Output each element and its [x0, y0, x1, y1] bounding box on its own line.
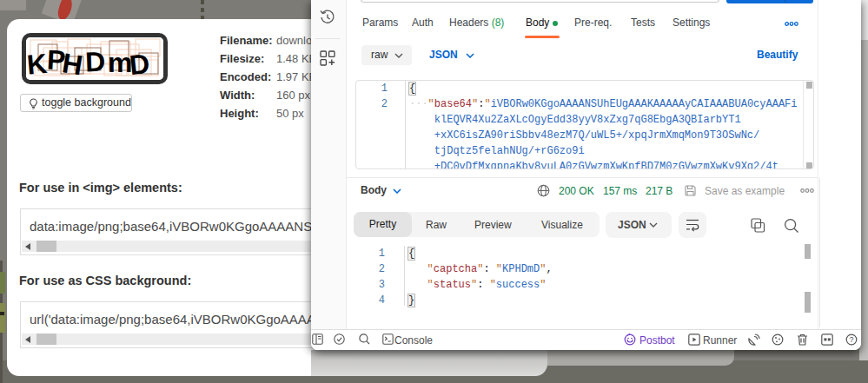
svg-text:?: ?	[849, 335, 853, 344]
svg-text:D: D	[128, 48, 151, 80]
svg-text:K: K	[26, 48, 49, 80]
svg-text:D: D	[84, 46, 105, 78]
